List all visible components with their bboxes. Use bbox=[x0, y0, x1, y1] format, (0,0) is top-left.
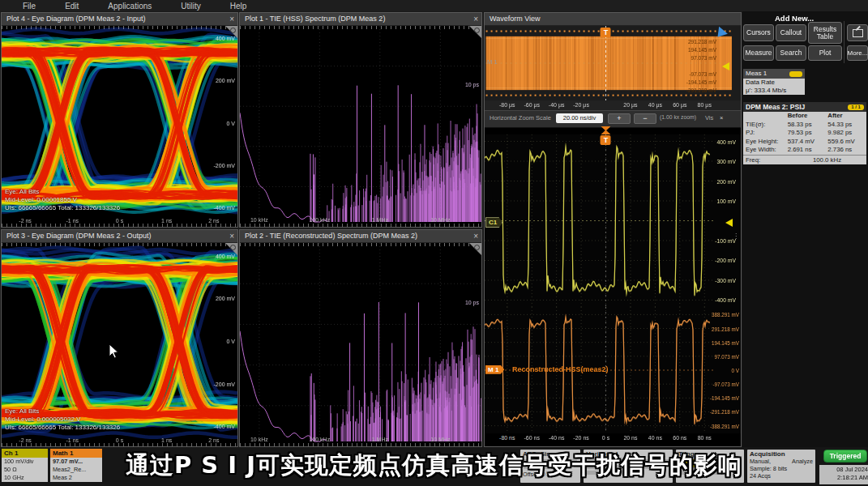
plot3-close-icon[interactable]: × bbox=[229, 230, 234, 242]
search-button[interactable]: Search bbox=[776, 45, 806, 61]
overview-trigger-level-arrow[interactable] bbox=[722, 62, 729, 70]
panel-plot1-tie-hss-spectrum: Plot 1 - TIE (HSS) Spectrum (DPM Meas 2)… bbox=[239, 12, 482, 228]
zoom-bar-close-icon[interactable]: × bbox=[720, 114, 723, 122]
overview-source-label: M 1 bbox=[487, 58, 498, 66]
overview-x-label: 20 μs bbox=[623, 102, 637, 108]
zoom-in-button[interactable]: + bbox=[608, 113, 631, 124]
tie-hss-spectrum-canvas bbox=[240, 26, 481, 227]
c1-y-label: 200 mV bbox=[717, 178, 736, 184]
dpm-table-row: TIE(σ):58.33 ps54.33 ps bbox=[743, 121, 866, 130]
plot3-grip-dot bbox=[230, 245, 236, 250]
plot3-eye-bits-label: Eye: All Bits bbox=[5, 407, 120, 416]
callout-button[interactable]: Callout bbox=[776, 24, 806, 41]
menu-help[interactable]: Help bbox=[230, 2, 247, 11]
dpm-rows: TIE(σ):58.33 ps54.33 psPJ:79.53 ps9.982 … bbox=[743, 121, 866, 155]
plot2-close-icon[interactable]: × bbox=[473, 230, 478, 242]
overview-y-label: -97.073 mV bbox=[689, 71, 716, 77]
plot1-x-label: 1 MHz bbox=[372, 217, 388, 223]
display-edit-icon bbox=[853, 29, 863, 37]
zoom-out-button[interactable]: − bbox=[634, 113, 656, 124]
menu-file[interactable]: File bbox=[23, 2, 36, 11]
waveform-x-label: 80 ns bbox=[698, 435, 712, 441]
plot3-mid-level-label: Mid-Level: 0.000005032 V bbox=[5, 416, 120, 424]
dpm-title: DPM Meas 2: PSIJ bbox=[746, 103, 805, 111]
c1-y-label: 100 mV bbox=[717, 198, 736, 204]
dpm-cell: 559.6 mV bbox=[827, 138, 866, 147]
cursors-button[interactable]: Cursors bbox=[743, 24, 774, 41]
plot2-bottom-ruler bbox=[240, 443, 481, 446]
measure-button[interactable]: Measure bbox=[743, 45, 774, 61]
plot4-close-icon[interactable]: × bbox=[229, 13, 234, 25]
plot1-title-bar[interactable]: Plot 1 - TIE (HSS) Spectrum (DPM Meas 2)… bbox=[240, 13, 481, 26]
plot4-uis-label: UIs: 66665/66665 Total: 133326/133326 bbox=[5, 204, 120, 212]
waveform-overview[interactable]: M 1 291.218 mV194.145 mV97.073 mV-97.073… bbox=[485, 26, 741, 100]
plot4-x-label: -2 ns bbox=[19, 218, 32, 224]
m1-y-label: 388.291 mV bbox=[712, 312, 739, 318]
right-sidebar: Add New... Cursors Callout Results Table… bbox=[742, 11, 868, 447]
more-button[interactable]: More... bbox=[847, 45, 868, 61]
dpm-cell: TIE(σ): bbox=[743, 121, 788, 130]
menu-edit[interactable]: Edit bbox=[65, 2, 79, 11]
waveform-x-label: -80 ns bbox=[499, 435, 515, 441]
m1-recon-view[interactable]: 388.291 mV291.218 mV194.145 mV97.073 mV0… bbox=[485, 307, 741, 433]
c1-trigger-marker[interactable]: T bbox=[601, 135, 611, 145]
dpm-results-panel[interactable]: DPM Meas 2: PSIJ 1 / 1 Before After TIE(… bbox=[743, 102, 866, 164]
m1-y-label: 97.073 mV bbox=[715, 353, 739, 359]
overview-y-label: -194.145 mV bbox=[686, 79, 716, 85]
plot1-title: Plot 1 - TIE (HSS) Spectrum (DPM Meas 2) bbox=[245, 15, 385, 23]
plot1-bottom-ruler bbox=[240, 224, 481, 227]
display-edit-button[interactable] bbox=[847, 24, 868, 41]
oscilloscope-app: File Edit Applications Utility Help Plot… bbox=[0, 0, 868, 486]
plot3-y-label: 0 V bbox=[226, 339, 235, 344]
plot3-eye-stats: Eye: All Bits Mid-Level: 0.000005032 V U… bbox=[5, 407, 120, 432]
overview-x-label: 40 μs bbox=[648, 102, 662, 108]
dpm-cell: 2.736 ns bbox=[827, 146, 866, 155]
c1-y-label: -300 mV bbox=[715, 277, 736, 283]
plot1-close-icon[interactable]: × bbox=[473, 13, 478, 25]
plot4-title-bar[interactable]: Plot 4 - Eye Diagram (DPM Meas 2 - Input… bbox=[2, 13, 237, 26]
plot1-body: 10 ps 10 kHz100 kHz1 MHz10 MHz bbox=[240, 26, 481, 227]
overview-y-label: 97.073 mV bbox=[691, 55, 716, 61]
horizontal-zoom-bar: Horizontal Zoom Scale 20.00 ns/div + − (… bbox=[485, 110, 741, 128]
m1-y-label: -291.218 mV bbox=[710, 409, 739, 415]
plot4-eye-stats: Eye: All Bits Mid-Level: 0.00001855 V UI… bbox=[5, 188, 120, 212]
c1-trigger-level-arrow[interactable] bbox=[725, 219, 733, 227]
c1-zoom-view[interactable]: T 400 mV300 mV200 mV100 mV-100 mV-200 mV… bbox=[485, 134, 741, 307]
overview-x-label: 80 μs bbox=[698, 102, 712, 108]
m1-source-label: Reconstructed-HSS(meas2) bbox=[512, 365, 609, 373]
dpm-cell: PJ: bbox=[743, 129, 788, 138]
plot1-ref-level-label: 10 ps bbox=[465, 82, 479, 87]
results-table-button[interactable]: Results Table bbox=[808, 22, 842, 44]
zoom-vis-label[interactable]: Vis bbox=[705, 114, 713, 122]
zoom-center-hourglass-icon[interactable] bbox=[601, 126, 610, 134]
waveform-title-bar[interactable]: Waveform View bbox=[485, 13, 741, 26]
dpm-cell: Eye Width: bbox=[743, 146, 788, 155]
plot4-mid-level-label: Mid-Level: 0.00001855 V bbox=[5, 196, 120, 204]
dpm-page-badge: 1 / 1 bbox=[848, 104, 864, 110]
meas1-badge[interactable]: Meas 1 Data Rate μ': 333.4 Mb/s bbox=[743, 69, 805, 95]
plot3-x-label: -2 ns bbox=[19, 437, 32, 443]
dpm-cell: 54.33 ps bbox=[827, 121, 866, 130]
dpm-table-header-row: Before After bbox=[743, 112, 866, 121]
plot3-x-label: -1 ns bbox=[66, 437, 79, 443]
menu-bar: File Edit Applications Utility Help bbox=[0, 0, 868, 11]
dpm-table-row: Eye Width:2.691 ns2.736 ns bbox=[743, 146, 866, 155]
plot4-y-label: 400 mV bbox=[216, 36, 235, 41]
plot2-title-bar[interactable]: Plot 2 - TIE (Reconstructed) Spectrum (D… bbox=[240, 230, 481, 243]
subtitle-caption: 通过P S I J可实现定频点仿真高速信号受干扰信号的影响 bbox=[0, 450, 868, 482]
plot-button[interactable]: Plot bbox=[808, 45, 842, 61]
menu-applications[interactable]: Applications bbox=[108, 2, 152, 11]
overview-trigger-marker[interactable]: T bbox=[601, 28, 611, 37]
plot2-body: 10 ps 10 kHz100 kHz1 MHz10 MHz bbox=[240, 243, 481, 446]
overview-y-label: -291.218 mV bbox=[686, 87, 716, 93]
panel-plot4-eye-input: Plot 4 - Eye Diagram (DPM Meas 2 - Input… bbox=[1, 12, 238, 228]
plot2-x-label: 10 kHz bbox=[250, 437, 268, 442]
dpm-cell: 537.4 mV bbox=[788, 138, 828, 147]
m1-math-badge[interactable]: M 1 bbox=[485, 365, 504, 374]
zoom-scale-input[interactable]: 20.00 ns/div bbox=[556, 113, 603, 123]
plot4-title: Plot 4 - Eye Diagram (DPM Meas 2 - Input… bbox=[6, 15, 146, 23]
plot3-title-bar[interactable]: Plot 3 - Eye Diagram (DPM Meas 2 - Outpu… bbox=[2, 230, 237, 243]
panel-resize-handle[interactable]: ⋮ bbox=[733, 235, 739, 238]
menu-utility[interactable]: Utility bbox=[181, 2, 200, 11]
waveform-x-axis: -80 ns-60 ns-40 ns-20 ns0 s20 ns40 ns60 … bbox=[485, 433, 741, 443]
